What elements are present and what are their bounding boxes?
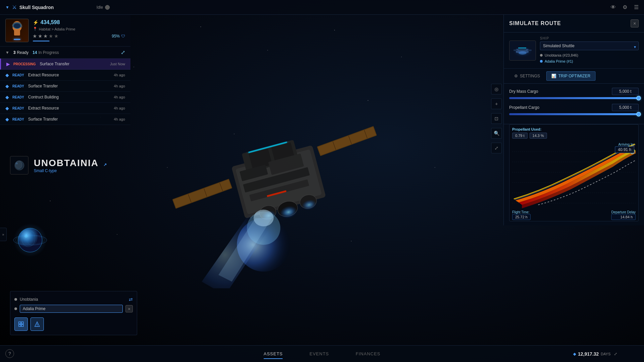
svg-rect-6: [317, 127, 376, 155]
dry-mass-slider[interactable]: [509, 97, 639, 99]
svg-point-37: [15, 161, 22, 169]
add-icon-btn[interactable]: +: [491, 98, 502, 109]
mission-name-3: Contruct Building: [28, 95, 59, 99]
propellant-used-label: Propellant Used:: [512, 127, 636, 131]
svg-rect-48: [19, 324, 21, 327]
fullscreen-icon[interactable]: ⤢: [614, 352, 617, 356]
route-actions: [14, 317, 133, 331]
in-progress-count: 14: [32, 50, 37, 55]
planet-name: UNOBTAINIA ↗: [34, 158, 107, 168]
right-panel: SIMULATE ROUTE ×: [503, 15, 644, 225]
tab-trip-optimizer[interactable]: 📊 TRIP OPTIMIZER: [546, 71, 595, 81]
mission-item-0[interactable]: ▶PROCESSING Surface TransferJust Now: [0, 59, 130, 70]
location-pin-icon: 📍: [33, 27, 37, 31]
stat-percent: 95% 🛡: [112, 34, 125, 39]
idle-dot-icon: [105, 5, 110, 10]
mission-time-1: 4h ago: [114, 73, 125, 77]
mission-item-2[interactable]: ◆READY Surface Transfer4h ago: [0, 81, 130, 92]
left-expand-button[interactable]: »: [0, 228, 7, 241]
propellant-label: Propellant Cargo: [509, 105, 539, 110]
dry-mass-value: 5,000 t: [612, 88, 639, 95]
help-icon[interactable]: ?: [5, 349, 14, 358]
mission-item-4[interactable]: ◆READY Extract Resource4h ago: [0, 103, 130, 114]
dropdown-arrow-icon[interactable]: ▼: [5, 5, 9, 10]
idle-badge: Idle: [97, 5, 110, 10]
settings-icon[interactable]: ⚙: [623, 4, 627, 10]
credits-display: ⚡ 434,598: [33, 19, 125, 25]
optimizer-tab-label: TRIP OPTIMIZER: [558, 74, 590, 78]
tab-finances[interactable]: FINANCES: [356, 350, 380, 358]
ready-count: 3: [13, 50, 16, 55]
route-action-btn-1[interactable]: [14, 317, 28, 331]
char-badge-bar: [33, 41, 50, 42]
status-tabs: ▼ 3 Ready 14 In Progress ⤢: [0, 47, 130, 59]
grid-icon-btn[interactable]: ⊡: [491, 113, 502, 124]
mission-icon-4: ◆: [5, 105, 9, 111]
mission-status-3: READY: [12, 95, 24, 99]
eye-icon[interactable]: 👁: [611, 4, 616, 10]
planet-name-text: UNOBTAINIA: [34, 158, 98, 168]
propellant-badge: 0.79 t 14.3 %: [512, 133, 636, 139]
expand-icon-btn[interactable]: ⤢: [491, 143, 502, 153]
propellant-slider-thumb[interactable]: [636, 112, 641, 117]
close-button[interactable]: ×: [631, 19, 639, 27]
tab-in-progress[interactable]: 14 In Progress: [32, 50, 59, 55]
svg-point-56: [519, 51, 527, 55]
mission-time-5: 4h ago: [114, 117, 125, 121]
mission-name-0: Surface Transfer: [40, 62, 70, 66]
planet-subtitle: Small C-type: [34, 168, 107, 173]
shield-icon: 🛡: [121, 34, 125, 39]
propellant-header: Propellant Cargo 5,000 t: [509, 104, 639, 111]
currency-display: ◆ 12,917.32 DAYS ⤢: [573, 351, 617, 357]
chart-footer: Flight Time: 25.72 h Departure Delay 14.…: [512, 210, 636, 220]
mission-status-2: READY: [12, 84, 24, 88]
arriving-text: Arriving In:: [615, 143, 634, 146]
planet-subtype: C-type: [45, 168, 57, 173]
mission-time-0: Just Now: [110, 62, 125, 66]
mission-item-1[interactable]: ◆READY Extract Resource4h ago: [0, 70, 130, 81]
flight-time-label: Flight Time:: [512, 210, 531, 214]
arriving-value: 40.91 h: [615, 146, 634, 153]
mission-status-1: READY: [12, 73, 24, 77]
ship-thumbnail: [509, 41, 536, 61]
expand-icon[interactable]: ⤢: [121, 49, 125, 56]
tab-ready[interactable]: 3 Ready: [13, 50, 28, 55]
arriving-label: Arriving In: 40.91 h: [615, 143, 634, 153]
character-details: ⚡ 434,598 📍 Habitat > Adalia Prime 95% 🛡: [33, 19, 125, 42]
svg-rect-57: [514, 50, 518, 51]
tab-events[interactable]: EVENTS: [309, 350, 329, 358]
propellant-slider[interactable]: [509, 113, 639, 115]
tab-assets[interactable]: ASSETS: [264, 350, 283, 358]
svg-rect-1: [173, 179, 231, 208]
panel-title: SIMULATE ROUTE: [509, 20, 561, 26]
help-section: ?: [5, 349, 14, 358]
svg-point-35: [14, 23, 20, 28]
top-bar-actions: 👁 ⚙ ☰: [611, 4, 639, 10]
mission-name-2: Surface Transfer: [28, 84, 58, 88]
mission-item-5[interactable]: ◆READY Surface Transfer4h ago: [0, 114, 130, 125]
search-icon-btn[interactable]: 🔍: [491, 128, 502, 139]
mission-status-4: READY: [12, 106, 24, 110]
swap-icon[interactable]: ⇄: [129, 297, 133, 302]
external-link-icon[interactable]: ↗: [103, 162, 107, 167]
mission-icon-2: ◆: [5, 83, 9, 89]
mission-status-5: READY: [12, 118, 24, 121]
target-icon-btn[interactable]: ◎: [491, 84, 502, 94]
stat-icons: [33, 34, 58, 38]
optimizer-tab-icon: 📊: [551, 74, 556, 78]
dry-mass-slider-thumb[interactable]: [636, 96, 641, 100]
top-bar: ▼ ⚔ Skull Squadron Idle 👁 ⚙ ☰: [0, 0, 644, 15]
collapse-icon[interactable]: ▼: [5, 50, 9, 55]
route-action-btn-2[interactable]: [30, 317, 44, 331]
days-label: DAYS: [601, 352, 611, 356]
destination-input[interactable]: [20, 305, 123, 313]
clear-destination-button[interactable]: ×: [125, 305, 133, 312]
waypoint-dest: Adalia Prime (#1): [540, 58, 639, 64]
menu-icon[interactable]: ☰: [634, 4, 639, 10]
in-progress-label: In Progress: [38, 50, 59, 55]
tab-settings[interactable]: ⚙ SETTINGS: [509, 71, 545, 81]
ship-select[interactable]: Simulated Shuttle: [540, 42, 639, 50]
mission-time-3: 4h ago: [114, 95, 125, 99]
ready-label: Ready: [17, 50, 29, 55]
mission-item-3[interactable]: ◆READY Contruct Building4h ago: [0, 92, 130, 103]
